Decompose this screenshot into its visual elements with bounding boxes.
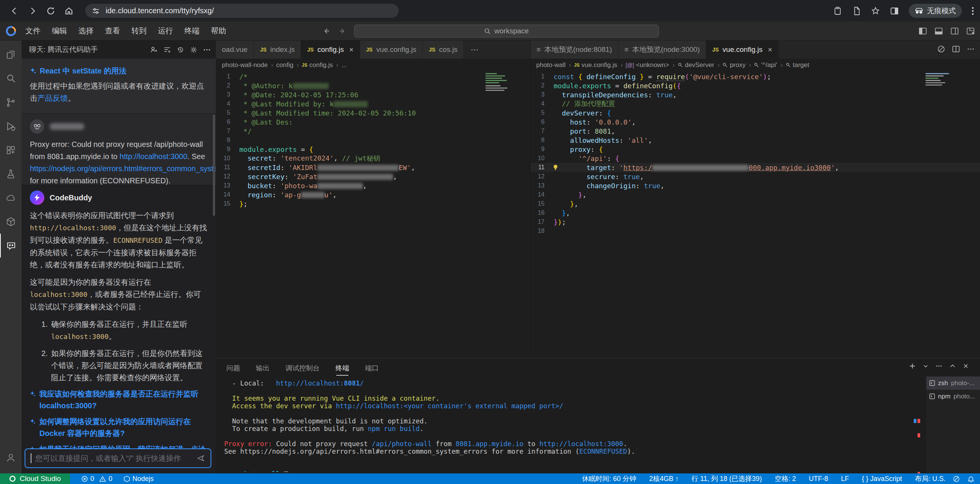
nav-back-icon[interactable] [323, 27, 330, 35]
nav-forward-icon[interactable] [339, 27, 346, 35]
customize-layout-icon[interactable] [966, 27, 975, 35]
editor-tab[interactable]: oad.vue × [216, 40, 254, 59]
browser-back-icon[interactable] [10, 6, 19, 16]
menu-item[interactable]: 运行 [152, 26, 179, 36]
panel-tab[interactable]: 问题 [226, 363, 240, 376]
code-editor-vue-config-js[interactable]: 1 const { defineConfig } = require('@vue… [530, 72, 980, 236]
container-cube-icon[interactable] [0, 210, 22, 234]
menu-item[interactable]: 编辑 [46, 26, 73, 36]
new-chat-icon[interactable] [150, 46, 158, 53]
clear-chat-icon[interactable] [164, 46, 171, 53]
breadcrumb-item[interactable]: devServer › [678, 61, 721, 69]
close-tab-icon[interactable]: × [768, 45, 773, 54]
sidebar-scrollbar[interactable] [213, 115, 215, 216]
test-flask-icon[interactable] [0, 162, 22, 186]
terminal-session-row[interactable]: zshphoto-... [926, 376, 980, 390]
source-control-icon[interactable] [0, 91, 22, 115]
status-item[interactable]: 休眠时间: 60 分钟 [582, 474, 636, 483]
lightbulb-icon[interactable] [552, 164, 559, 171]
status-item[interactable]: 空格: 2 [775, 474, 796, 483]
minimap-editor2[interactable] [925, 72, 955, 95]
address-bar[interactable]: ide.cloud.tencent.com/tty/ryfsxg/ [85, 4, 399, 18]
split-editor-icon[interactable] [952, 45, 960, 53]
toggle-panel-icon[interactable] [935, 27, 943, 35]
breadcrumb-item[interactable]: JS vue.config.js › [574, 61, 624, 69]
bookmark-star-icon[interactable] [871, 6, 880, 16]
terminal-dropdown-icon[interactable] [923, 363, 928, 368]
send-icon[interactable] [196, 454, 205, 463]
explorer-icon[interactable] [0, 43, 22, 67]
breadcrumb-item[interactable]: photo-wall-node › [222, 61, 275, 69]
toggle-secondary-sidebar-icon[interactable] [950, 27, 959, 35]
breadcrumb-item[interactable]: photo-wall › [536, 61, 573, 69]
panel-tab[interactable]: 端口 [365, 363, 379, 376]
site-settings-icon[interactable] [92, 7, 100, 15]
close-tab-icon[interactable]: × [349, 45, 354, 54]
toggle-sidebar-icon[interactable] [919, 27, 927, 35]
terminal-output[interactable]: - Local: http://localhost:8081/ It seems… [224, 379, 912, 472]
more-actions-icon[interactable] [936, 363, 942, 369]
topic-link[interactable]: React 中 setState 的用法 [30, 65, 207, 77]
new-terminal-icon[interactable] [909, 363, 916, 369]
code-editor-config-js[interactable]: 1 /* 2 * @Author: k 3 * @Date: 2024-02-0… [216, 72, 530, 208]
breadcrumb-item[interactable]: target › [786, 61, 809, 69]
history-icon[interactable] [177, 46, 184, 53]
suggested-question[interactable]: 如何调整网络设置以允许我的应用访问运行在 Docker 容器中的服务器? [30, 416, 207, 439]
editor-tab[interactable]: ≡ 本地预览(node:3000) × [618, 40, 706, 59]
problems-status[interactable]: 0 0 [81, 475, 113, 483]
menu-item[interactable]: 帮助 [205, 26, 232, 36]
menu-item[interactable]: 文件 [20, 26, 46, 36]
run-debug-icon[interactable] [0, 115, 22, 138]
menu-item[interactable]: 查看 [99, 26, 126, 36]
account-icon[interactable] [0, 446, 22, 470]
breadcrumb-item[interactable]: JS config.js › [302, 61, 340, 69]
editor-tab[interactable]: JS index.js × [254, 40, 301, 59]
editor-tab[interactable]: ≡ 本地预览(node:8081) × [531, 40, 618, 59]
breadcrumb-item[interactable]: config › [276, 61, 300, 69]
chat-input[interactable]: 您可以直接提问，或者输入"/" 执行快速操作 [25, 448, 211, 468]
runtime-status[interactable]: Nodejs [124, 475, 154, 483]
open-preview-icon[interactable] [937, 45, 945, 53]
browser-forward-icon[interactable] [28, 6, 37, 16]
tab-overflow-icon[interactable]: ⋯ [464, 40, 486, 59]
status-item[interactable]: 布局: U.S. [915, 474, 945, 483]
notifications-bell-icon[interactable] [968, 476, 974, 482]
minimap-editor1[interactable] [485, 72, 511, 99]
menu-item[interactable]: 选择 [73, 26, 99, 36]
editor-tab[interactable]: JS vue.config.js × [360, 40, 423, 59]
maximize-panel-icon[interactable] [950, 363, 955, 369]
breadcrumb-item[interactable]: '^/api' › [754, 61, 784, 69]
extensions-icon[interactable] [0, 138, 22, 162]
settings-gear-icon[interactable] [190, 46, 197, 53]
reading-list-icon[interactable] [852, 6, 861, 16]
editor-tab[interactable]: JS config.js × [301, 40, 360, 59]
status-item[interactable]: 行 11, 列 18 (已选择39) [692, 474, 762, 483]
browser-menu-icon[interactable] [972, 7, 974, 15]
suggested-question[interactable]: 我应该如何检查我的服务器是否正在运行并监听 localhost:3000? [30, 388, 207, 412]
browser-reload-icon[interactable] [46, 6, 55, 16]
close-panel-icon[interactable] [963, 363, 969, 369]
status-item[interactable]: { } JavaScript [862, 475, 902, 483]
status-item[interactable]: 2核4GB ↑ [649, 474, 679, 483]
browser-home-icon[interactable] [64, 6, 73, 16]
breadcrumb-item[interactable]: [@] <unknown> › [625, 61, 676, 69]
panel-tab[interactable]: 输出 [256, 363, 270, 376]
menu-item[interactable]: 转到 [126, 26, 152, 36]
search-sidebar-icon[interactable] [0, 67, 22, 91]
menu-item[interactable]: 终端 [179, 26, 205, 36]
breadcrumb-item[interactable]: ... › [341, 61, 347, 69]
ai-assistant-icon[interactable] [0, 234, 22, 258]
feedback-icon[interactable] [953, 476, 959, 482]
editor-tab[interactable]: JS vue.config.js × [706, 40, 778, 59]
side-panel-icon[interactable] [890, 6, 899, 16]
editor-tab[interactable]: JS cos.js × [423, 40, 464, 59]
panel-tab[interactable]: 调试控制台 [286, 363, 320, 376]
panel-tab[interactable]: 终端 [336, 363, 349, 376]
command-search-box[interactable]: workspace [354, 25, 659, 38]
terminal-session-row[interactable]: npmphoto... [926, 390, 980, 403]
more-actions-icon[interactable] [967, 45, 975, 53]
breadcrumb-item[interactable]: proxy › [722, 61, 752, 69]
cloud-icon[interactable] [0, 186, 22, 210]
more-actions-icon[interactable] [204, 46, 210, 53]
status-item[interactable]: UTF-8 [809, 475, 828, 483]
